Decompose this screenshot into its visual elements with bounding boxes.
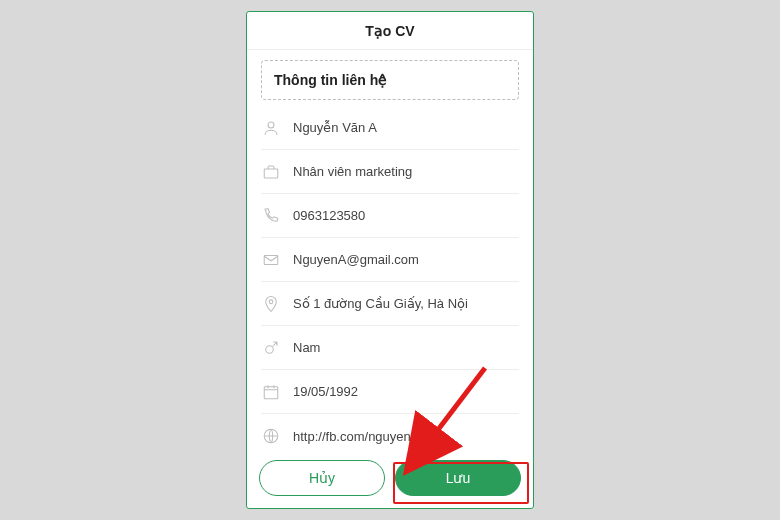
phone-value: 0963123580 bbox=[293, 208, 365, 223]
section-title: Thông tin liên hệ bbox=[274, 72, 387, 88]
website-field[interactable]: http://fb.com/nguyenvana bbox=[261, 414, 519, 452]
svg-point-0 bbox=[268, 122, 274, 128]
content-area: Thông tin liên hệ Nguyễn Văn A Nhân viên… bbox=[247, 50, 533, 452]
app-window: Tạo CV Thông tin liên hệ Nguyễn Văn A Nh… bbox=[246, 11, 534, 509]
email-value: NguyenA@gmail.com bbox=[293, 252, 419, 267]
phone-field[interactable]: 0963123580 bbox=[261, 194, 519, 238]
location-icon bbox=[261, 294, 281, 314]
header-title: Tạo CV bbox=[365, 23, 414, 39]
globe-icon bbox=[261, 426, 281, 446]
address-field[interactable]: Số 1 đường Cầu Giấy, Hà Nội bbox=[261, 282, 519, 326]
header: Tạo CV bbox=[247, 12, 533, 50]
name-value: Nguyễn Văn A bbox=[293, 120, 377, 135]
svg-point-3 bbox=[269, 299, 273, 303]
website-value: http://fb.com/nguyenvana bbox=[293, 429, 439, 444]
job-field[interactable]: Nhân viên marketing bbox=[261, 150, 519, 194]
person-icon bbox=[261, 118, 281, 138]
svg-rect-2 bbox=[264, 255, 278, 264]
phone-icon bbox=[261, 206, 281, 226]
job-value: Nhân viên marketing bbox=[293, 164, 412, 179]
mail-icon bbox=[261, 250, 281, 270]
footer: Hủy Lưu bbox=[247, 452, 533, 508]
section-header: Thông tin liên hệ bbox=[261, 60, 519, 100]
address-value: Số 1 đường Cầu Giấy, Hà Nội bbox=[293, 296, 468, 311]
calendar-icon bbox=[261, 382, 281, 402]
dob-field[interactable]: 19/05/1992 bbox=[261, 370, 519, 414]
cancel-label: Hủy bbox=[309, 470, 335, 486]
save-label: Lưu bbox=[446, 470, 471, 486]
svg-point-4 bbox=[266, 345, 274, 353]
email-field[interactable]: NguyenA@gmail.com bbox=[261, 238, 519, 282]
svg-rect-1 bbox=[264, 169, 278, 178]
gender-value: Nam bbox=[293, 340, 320, 355]
name-field[interactable]: Nguyễn Văn A bbox=[261, 106, 519, 150]
svg-rect-5 bbox=[264, 386, 278, 398]
save-button[interactable]: Lưu bbox=[395, 460, 521, 496]
briefcase-icon bbox=[261, 162, 281, 182]
gender-icon bbox=[261, 338, 281, 358]
dob-value: 19/05/1992 bbox=[293, 384, 358, 399]
gender-field[interactable]: Nam bbox=[261, 326, 519, 370]
cancel-button[interactable]: Hủy bbox=[259, 460, 385, 496]
